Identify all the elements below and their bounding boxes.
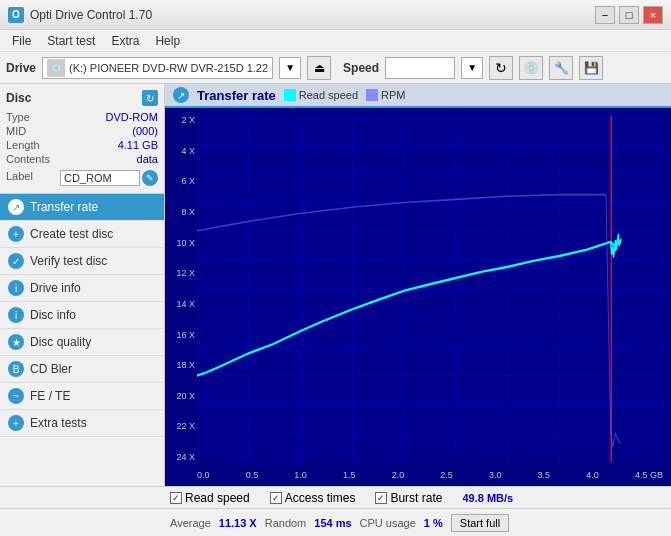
menu-extra[interactable]: Extra: [103, 32, 147, 50]
sidebar: Disc ↻ Type DVD-ROM MID (000) Length 4.1…: [0, 84, 165, 486]
y-label-20: 20 X: [167, 392, 197, 401]
disc-info-icon: i: [8, 307, 24, 323]
nav-fe-te[interactable]: ~ FE / TE: [0, 383, 164, 410]
minimize-button[interactable]: −: [595, 6, 615, 24]
cb-burst-rate-label: Burst rate: [390, 491, 442, 505]
options-bar: Read speed Access times Burst rate 49.8 …: [0, 486, 671, 508]
close-button[interactable]: ×: [643, 6, 663, 24]
sidebar-nav: ↗ Transfer rate + Create test disc ✓ Ver…: [0, 194, 164, 486]
menu-file[interactable]: File: [4, 32, 39, 50]
drive-info-icon: i: [8, 280, 24, 296]
nav-create-test-disc-label: Create test disc: [30, 227, 113, 241]
burst-rate-value: 49.8 MB/s: [462, 492, 513, 504]
y-label-14: 14 X: [167, 300, 197, 309]
disc-quality-icon: ★: [8, 334, 24, 350]
chart-area: ↗ Transfer rate Read speed RPM 24 X 22 X…: [165, 84, 671, 486]
nav-disc-info-label: Disc info: [30, 308, 76, 322]
maximize-button[interactable]: □: [619, 6, 639, 24]
y-label-8: 8 X: [167, 208, 197, 217]
cpu-value: 1 %: [424, 517, 443, 529]
start-full-button[interactable]: Start full: [451, 514, 509, 532]
speed-dropdown-btn[interactable]: ▼: [461, 57, 483, 79]
nav-cd-bler[interactable]: B CD Bler: [0, 356, 164, 383]
create-test-disc-icon: +: [8, 226, 24, 242]
eject-button[interactable]: ⏏: [307, 56, 331, 80]
legend-rpm-color: [366, 89, 378, 101]
chart-container: 24 X 22 X 20 X 18 X 16 X 14 X 12 X 10 X …: [165, 108, 671, 484]
y-label-12: 12 X: [167, 269, 197, 278]
drive-dropdown-btn[interactable]: ▼: [279, 57, 301, 79]
nav-drive-info[interactable]: i Drive info: [0, 275, 164, 302]
menu-start-test[interactable]: Start test: [39, 32, 103, 50]
y-label-2: 2 X: [167, 116, 197, 125]
checkbox-read-speed: Read speed: [170, 491, 250, 505]
cb-burst-rate[interactable]: [375, 492, 387, 504]
nav-disc-quality-label: Disc quality: [30, 335, 91, 349]
y-label-22: 22 X: [167, 422, 197, 431]
random-value: 154 ms: [314, 517, 351, 529]
menu-help[interactable]: Help: [147, 32, 188, 50]
disc-contents-label: Contents: [6, 153, 50, 165]
speed-label: Speed: [343, 61, 379, 75]
x-label-45: 4.5 GB: [635, 470, 663, 480]
nav-cd-bler-label: CD Bler: [30, 362, 72, 376]
average-value: 11.13 X: [219, 517, 257, 529]
drive-selector[interactable]: 💿 (K:) PIONEER DVD-RW DVR-215D 1.22: [42, 57, 273, 79]
disc-length-label: Length: [6, 139, 40, 151]
x-label-35: 3.5: [538, 470, 551, 480]
x-label-2: 2.0: [392, 470, 405, 480]
cb-access-times[interactable]: [270, 492, 282, 504]
title-bar: O Opti Drive Control 1.70 − □ ×: [0, 0, 671, 30]
y-label-18: 18 X: [167, 361, 197, 370]
disc-type-val: DVD-ROM: [105, 111, 158, 123]
disc-button[interactable]: 💿: [519, 56, 543, 80]
verify-test-disc-icon: ✓: [8, 253, 24, 269]
checkbox-access-times: Access times: [270, 491, 356, 505]
nav-transfer-rate[interactable]: ↗ Transfer rate: [0, 194, 164, 221]
nav-disc-quality[interactable]: ★ Disc quality: [0, 329, 164, 356]
disc-contents-val: data: [137, 153, 158, 165]
disc-mid-val: (000): [132, 125, 158, 137]
nav-create-test-disc[interactable]: + Create test disc: [0, 221, 164, 248]
random-label: Random: [265, 517, 307, 529]
y-label-10: 10 X: [167, 239, 197, 248]
disc-label-label: Label: [6, 170, 33, 186]
cb-read-speed[interactable]: [170, 492, 182, 504]
nav-verify-test-disc-label: Verify test disc: [30, 254, 107, 268]
speed-selector[interactable]: [385, 57, 455, 79]
extra-button[interactable]: 🔧: [549, 56, 573, 80]
drive-bar: Drive 💿 (K:) PIONEER DVD-RW DVR-215D 1.2…: [0, 52, 671, 84]
disc-label-input[interactable]: [60, 170, 140, 186]
chart-header-icon: ↗: [173, 87, 189, 103]
legend-read-speed-color: [284, 89, 296, 101]
nav-transfer-rate-label: Transfer rate: [30, 200, 98, 214]
x-label-3: 3.0: [489, 470, 502, 480]
nav-fe-te-label: FE / TE: [30, 389, 70, 403]
y-label-6: 6 X: [167, 177, 197, 186]
nav-extra-tests[interactable]: + Extra tests: [0, 410, 164, 437]
disc-info-panel: Disc ↻ Type DVD-ROM MID (000) Length 4.1…: [0, 84, 164, 194]
chart-title: Transfer rate: [197, 88, 276, 103]
refresh-button[interactable]: ↻: [489, 56, 513, 80]
chart-svg: [197, 116, 663, 462]
nav-verify-test-disc[interactable]: ✓ Verify test disc: [0, 248, 164, 275]
x-label-25: 2.5: [440, 470, 453, 480]
y-label-16: 16 X: [167, 331, 197, 340]
disc-label-edit-icon[interactable]: ✎: [142, 170, 158, 186]
disc-type-label: Type: [6, 111, 30, 123]
checkbox-burst-rate: Burst rate: [375, 491, 442, 505]
x-axis-labels: 0.0 0.5 1.0 1.5 2.0 2.5 3.0 3.5 4.0 4.5 …: [197, 470, 663, 480]
nav-disc-info[interactable]: i Disc info: [0, 302, 164, 329]
extra-tests-icon: +: [8, 415, 24, 431]
fe-te-icon: ~: [8, 388, 24, 404]
cpu-label: CPU usage: [360, 517, 416, 529]
x-label-05: 0.5: [246, 470, 259, 480]
app-icon: O: [8, 7, 24, 23]
x-label-0: 0.0: [197, 470, 210, 480]
save-button[interactable]: 💾: [579, 56, 603, 80]
x-label-15: 1.5: [343, 470, 356, 480]
drive-icon: 💿: [47, 59, 65, 77]
legend-read-speed: Read speed: [284, 89, 358, 101]
disc-refresh-icon[interactable]: ↻: [142, 90, 158, 106]
disc-mid-label: MID: [6, 125, 26, 137]
